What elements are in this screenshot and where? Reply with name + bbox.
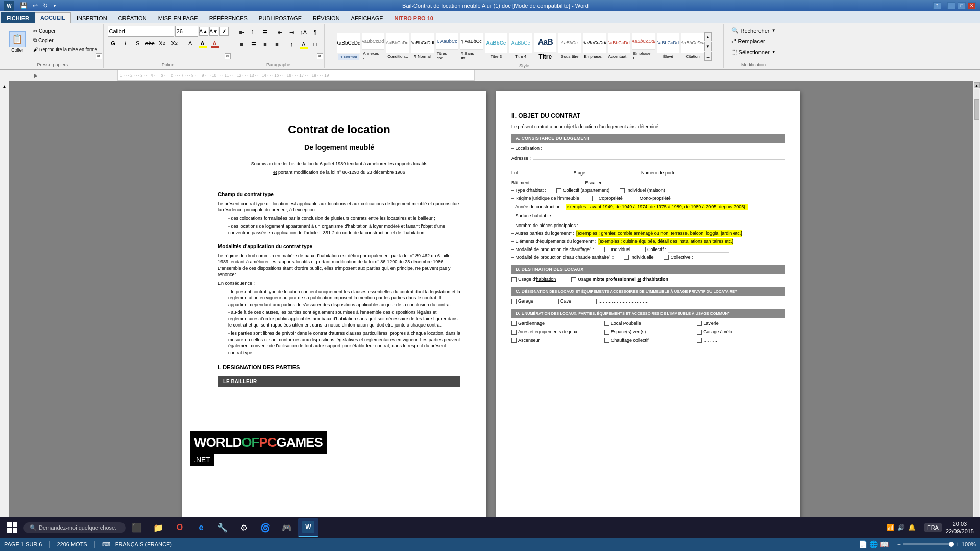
espaces-checkbox[interactable] [604, 330, 609, 335]
etage-value[interactable] [590, 168, 631, 174]
sidebar-up-arrow[interactable]: ▲ [2, 83, 8, 89]
app6-button[interactable]: 🌀 [255, 518, 276, 537]
style-emphase[interactable]: AaBbCcDdI Emphase... [582, 31, 606, 62]
opera-button[interactable]: O [169, 518, 190, 537]
close-button[interactable]: ✕ [968, 2, 976, 9]
gardiennage-checkbox[interactable] [511, 321, 517, 326]
eau-individuelle-checkbox[interactable] [624, 255, 629, 260]
coller-button[interactable]: 📋 Coller [5, 27, 30, 57]
presse-papiers-expand-button[interactable]: ⧉ [96, 53, 102, 59]
bullets-button[interactable]: ≡• [236, 27, 248, 38]
zoom-out-button[interactable]: − [897, 541, 901, 548]
zoom-slider[interactable] [903, 543, 954, 545]
tab-references[interactable]: RÉFÉRENCES [204, 12, 253, 23]
align-left-button[interactable]: ≡ [236, 39, 248, 50]
lot-value[interactable] [523, 168, 564, 174]
customize-quick-access-button[interactable]: ▼ [52, 4, 58, 8]
chauffage-collectif-checkbox[interactable] [641, 247, 646, 252]
style-emphase-i[interactable]: AaBbCcDdI Emphase i... [632, 31, 655, 62]
help-button[interactable]: ? [933, 2, 941, 9]
notification-icon[interactable]: 🔔 [908, 524, 916, 531]
style-accentuat[interactable]: AaBbCcDdI Accentuat... [607, 31, 631, 62]
usage-mixte-checkbox[interactable] [571, 277, 576, 282]
decrease-font-button[interactable]: A▼ [209, 27, 218, 36]
style-condition[interactable]: AaBbCcDdI Condition... [386, 31, 409, 62]
underline-button[interactable]: S [132, 38, 143, 49]
surface-value[interactable] [556, 211, 785, 217]
clear-format-button[interactable]: ✗ [219, 27, 229, 36]
tab-creation[interactable]: CRÉATION [113, 12, 153, 23]
tab-revision[interactable]: RÉVISION [307, 12, 346, 23]
numporte-value[interactable] [680, 168, 711, 174]
multilevel-button[interactable]: ☰ [260, 27, 271, 38]
style-sous-titre[interactable]: AaBbCc. Sous-titre [558, 31, 581, 62]
app7-button[interactable]: 🎮 [277, 518, 297, 537]
tab-misepage[interactable]: MISE EN PAGE [153, 12, 204, 23]
text-highlight-button[interactable]: A [197, 38, 208, 49]
align-right-button[interactable]: ≡ [260, 39, 271, 50]
subscript-button[interactable]: X2 [157, 38, 168, 49]
search-box[interactable]: 🔍 Demandez-moi quelque chose. [23, 522, 126, 533]
other-d-checkbox[interactable] [697, 338, 702, 343]
task-view-button[interactable]: ⬛ [127, 518, 147, 537]
police-expand-button[interactable]: ⧉ [225, 53, 231, 59]
copier-button[interactable]: ⧉ Copier [31, 36, 100, 45]
decrease-indent-button[interactable]: ⇤ [275, 27, 286, 38]
cave-checkbox[interactable] [554, 299, 559, 304]
selectionner-button[interactable]: ⬚ Sélectionner ▼ [728, 47, 779, 57]
font-color-button[interactable]: A [209, 38, 220, 49]
style-titre3[interactable]: AaBbCc Titre 3 [484, 31, 508, 62]
rechercher-button[interactable]: 🔍 Rechercher ▼ [728, 26, 779, 35]
individuel-checkbox[interactable] [620, 188, 625, 193]
minimize-button[interactable]: ─ [947, 2, 955, 9]
reproduire-button[interactable]: 🖌 Reproduire la mise en forme [31, 45, 100, 54]
scroll-thumb[interactable] [974, 99, 979, 120]
couper-button[interactable]: ✂ Couper [31, 27, 100, 35]
ascenseur-checkbox[interactable] [511, 338, 517, 343]
tab-nitro[interactable]: NITRO PRO 10 [389, 12, 439, 23]
justify-button[interactable]: ≡ [272, 39, 283, 50]
border-button[interactable]: □ [310, 39, 321, 50]
strikethrough-button[interactable]: abc [144, 38, 156, 49]
sort-button[interactable]: ↕A [298, 27, 309, 38]
start-button[interactable] [2, 517, 22, 538]
ie-button[interactable]: e [191, 518, 211, 537]
garage-checkbox[interactable] [511, 299, 517, 304]
tab-insertion[interactable]: INSERTION [71, 12, 113, 23]
chauffage-individuel-checkbox[interactable] [604, 247, 609, 252]
style-titre4[interactable]: AaBbCc Titre 4 [509, 31, 532, 62]
collectif-checkbox[interactable] [556, 188, 561, 193]
localpoubelle-checkbox[interactable] [604, 321, 609, 326]
bold-button[interactable]: G [108, 38, 119, 49]
italic-button[interactable]: I [120, 38, 131, 49]
app5-button[interactable]: ⚙ [234, 518, 254, 537]
paragraphe-expand-button[interactable]: ⧉ [317, 53, 323, 59]
document-area[interactable]: Contrat de location De logement meublé S… [9, 81, 973, 538]
style-scroll-up-button[interactable]: ▲ [704, 32, 712, 41]
eau-collective-checkbox[interactable] [664, 255, 669, 260]
adresse-value[interactable] [533, 154, 785, 160]
style-normal[interactable]: AaBbCcDdI 1 Normal [337, 31, 360, 62]
print-view-button[interactable]: 📄 [859, 540, 867, 548]
usage-hab-checkbox[interactable] [511, 277, 517, 282]
other-c-checkbox[interactable] [592, 299, 597, 304]
style-titres[interactable]: I. AaBbCc Titres con... [435, 31, 459, 62]
batiment-value[interactable] [534, 178, 575, 184]
show-marks-button[interactable]: ¶ [310, 27, 321, 38]
chauffage-coll-checkbox[interactable] [604, 338, 609, 343]
style-titre[interactable]: AaB Titre [533, 31, 557, 62]
scroll-track[interactable] [974, 89, 979, 530]
nbpieces-value[interactable] [580, 221, 785, 227]
volume-icon[interactable]: 🔊 [897, 524, 905, 531]
laverie-checkbox[interactable] [697, 321, 702, 326]
font-size-input[interactable] [175, 26, 198, 37]
style-sansint[interactable]: ¶ AaBbCc ¶ Sans int... [460, 31, 483, 62]
copropriete-checkbox[interactable] [592, 196, 597, 201]
aires-checkbox[interactable] [511, 330, 517, 335]
escalier-value[interactable] [606, 178, 647, 184]
font-name-input[interactable] [108, 26, 174, 37]
text-effects-button[interactable]: A [185, 38, 196, 49]
zoom-in-button[interactable]: + [956, 541, 960, 548]
tab-fichier[interactable]: FICHIER [1, 12, 35, 23]
align-center-button[interactable]: ☰ [248, 39, 259, 50]
